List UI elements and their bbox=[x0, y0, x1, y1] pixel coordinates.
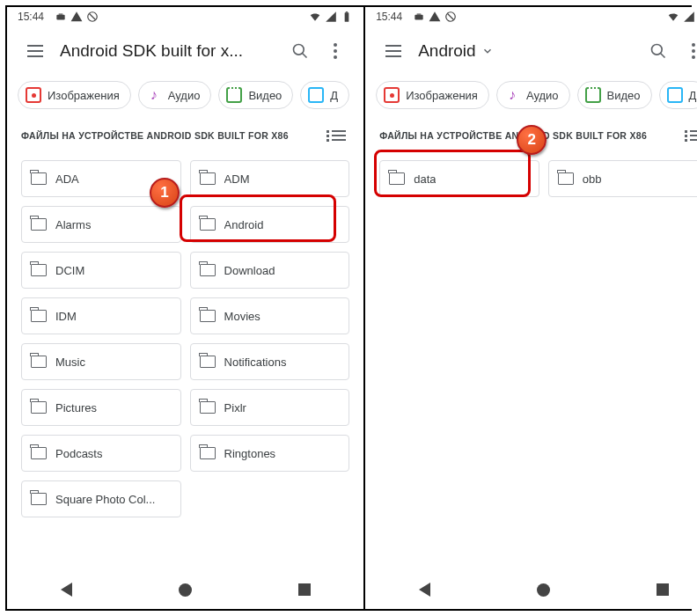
folder-label: Pixlr bbox=[224, 401, 246, 414]
folder-grid: dataobb bbox=[365, 150, 697, 197]
chip-video[interactable]: Видео bbox=[218, 81, 293, 109]
chip-documents[interactable]: Д bbox=[300, 81, 349, 109]
folder-label: DCIM bbox=[55, 264, 84, 277]
folder-item[interactable]: Android bbox=[190, 206, 350, 243]
list-view-icon bbox=[332, 135, 346, 136]
image-icon bbox=[26, 87, 41, 103]
folder-label: Download bbox=[224, 264, 275, 277]
folder-item[interactable]: Movies bbox=[190, 297, 350, 334]
status-time: 15:44 bbox=[18, 11, 44, 23]
image-icon bbox=[384, 87, 400, 103]
phone-left: 15:44 Android SDK built for x... Изображ… bbox=[7, 7, 363, 609]
more-vert-icon bbox=[692, 49, 695, 53]
chevron-down-icon bbox=[481, 45, 494, 57]
folder-icon bbox=[200, 401, 216, 414]
view-toggle-button[interactable] bbox=[328, 125, 349, 146]
folder-icon bbox=[31, 356, 47, 368]
annotation-badge-2: 2 bbox=[517, 125, 547, 155]
filter-chips-row: Изображения Аудио Видео Д bbox=[365, 76, 697, 114]
folder-item[interactable]: Music bbox=[21, 343, 181, 380]
debug-icon bbox=[413, 11, 425, 23]
svg-rect-5 bbox=[415, 15, 423, 20]
folder-label: Ringtones bbox=[224, 447, 276, 460]
hamburger-icon bbox=[385, 50, 401, 52]
folder-label: Movies bbox=[224, 310, 260, 323]
home-icon bbox=[537, 583, 550, 597]
more-vert-icon bbox=[334, 49, 337, 53]
video-icon bbox=[226, 87, 242, 103]
nav-recent-button[interactable] bbox=[652, 579, 673, 600]
chip-images[interactable]: Изображения bbox=[18, 81, 131, 109]
folder-label: Pictures bbox=[55, 401, 97, 414]
chip-video[interactable]: Видео bbox=[577, 81, 652, 109]
folder-item[interactable]: Alarms bbox=[21, 206, 181, 243]
home-icon bbox=[179, 583, 192, 597]
folder-icon bbox=[31, 493, 47, 505]
more-button[interactable] bbox=[676, 33, 697, 69]
more-button[interactable] bbox=[318, 33, 353, 69]
folder-item[interactable]: Ringtones bbox=[190, 435, 350, 472]
folder-icon bbox=[389, 172, 405, 185]
phone-right: 15:44 Android Изображения Аудио Видео bbox=[363, 7, 697, 609]
debug-icon bbox=[55, 11, 67, 23]
warning-icon bbox=[429, 11, 441, 23]
folder-item[interactable]: obb bbox=[548, 160, 697, 197]
annotation-badge-1: 1 bbox=[150, 178, 180, 208]
folder-grid: ADAADMAlarmsAndroidDCIMDownloadIDMMovies… bbox=[7, 150, 363, 517]
view-toggle-button[interactable] bbox=[686, 125, 697, 146]
nav-back-button[interactable] bbox=[415, 579, 436, 600]
folder-item[interactable]: DCIM bbox=[21, 252, 181, 289]
search-button[interactable] bbox=[641, 33, 676, 69]
wifi-icon bbox=[667, 11, 679, 23]
chip-images[interactable]: Изображения bbox=[376, 81, 489, 109]
folder-icon bbox=[558, 172, 574, 185]
svg-point-4 bbox=[294, 45, 304, 55]
section-header-text: ФАЙЛЫ НА УСТРОЙСТВЕ ANDROID SDK BUILT FO… bbox=[21, 130, 328, 141]
svg-rect-3 bbox=[346, 11, 348, 12]
nav-home-button[interactable] bbox=[533, 579, 554, 600]
svg-rect-2 bbox=[345, 12, 349, 21]
folder-item[interactable]: Notifications bbox=[190, 343, 350, 380]
folder-icon bbox=[200, 264, 216, 276]
folder-icon bbox=[200, 447, 216, 459]
folder-item[interactable]: Pictures bbox=[21, 389, 181, 426]
folder-item[interactable]: ADM bbox=[190, 160, 350, 197]
folder-item[interactable]: Square Photo Col... bbox=[21, 480, 181, 517]
folder-label: obb bbox=[583, 172, 602, 186]
nav-recent-button[interactable] bbox=[294, 579, 315, 600]
nav-bar bbox=[7, 570, 363, 609]
warning-icon bbox=[70, 11, 83, 23]
folder-item[interactable]: data bbox=[379, 160, 539, 197]
nav-home-button[interactable] bbox=[175, 579, 196, 600]
recent-icon bbox=[657, 583, 669, 596]
filter-chips-row: Изображения Аудио Видео Д bbox=[7, 76, 363, 114]
chip-audio[interactable]: Аудио bbox=[138, 81, 212, 109]
folder-icon bbox=[200, 356, 216, 368]
nav-back-button[interactable] bbox=[56, 579, 77, 600]
appbar-title[interactable]: Android bbox=[411, 41, 641, 61]
folder-label: Podcasts bbox=[55, 447, 102, 460]
section-header: ФАЙЛЫ НА УСТРОЙСТВЕ ANDROID SDK BUILT FO… bbox=[7, 114, 363, 150]
hamburger-icon bbox=[27, 50, 43, 52]
menu-button[interactable] bbox=[376, 33, 411, 69]
folder-item[interactable]: Download bbox=[190, 252, 350, 289]
app-bar: Android bbox=[365, 26, 697, 76]
search-button[interactable] bbox=[282, 33, 318, 69]
status-time: 15:44 bbox=[376, 11, 402, 23]
wifi-icon bbox=[309, 11, 321, 23]
folder-label: Android bbox=[224, 218, 264, 231]
list-view-icon bbox=[690, 135, 697, 136]
signal-icon bbox=[683, 11, 695, 23]
back-icon bbox=[419, 583, 430, 597]
outer-frame: 15:44 Android SDK built for x... Изображ… bbox=[5, 5, 692, 611]
video-icon bbox=[585, 87, 601, 103]
folder-item[interactable]: Podcasts bbox=[21, 435, 181, 472]
signal-icon bbox=[325, 11, 337, 23]
chip-documents[interactable]: Д bbox=[659, 81, 697, 109]
chip-audio[interactable]: Аудио bbox=[496, 81, 570, 109]
folder-item[interactable]: IDM bbox=[21, 297, 181, 334]
menu-button[interactable] bbox=[18, 33, 53, 69]
appbar-title[interactable]: Android SDK built for x... bbox=[53, 41, 282, 61]
folder-item[interactable]: Pixlr bbox=[190, 389, 350, 426]
folder-label: Alarms bbox=[55, 218, 91, 231]
